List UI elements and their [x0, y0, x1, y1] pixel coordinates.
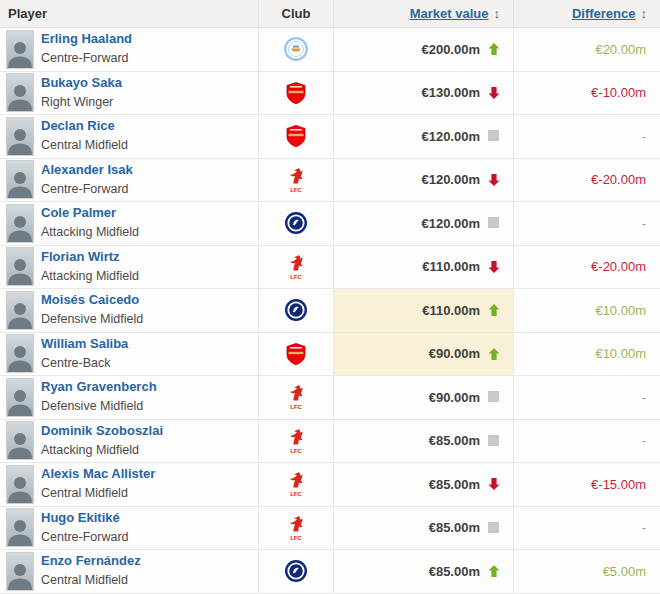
trend-up-icon: [488, 43, 500, 55]
market-value-cell: €85.00m: [333, 420, 513, 463]
player-cell: Declan RiceCentral Midfield: [0, 115, 258, 158]
player-name-link[interactable]: Dominik Szoboszlai: [41, 423, 163, 439]
player-info: Ryan GravenberchDefensive Midfield: [41, 379, 157, 415]
player-photo[interactable]: [6, 552, 34, 591]
player-cell: Enzo FernándezCentral Midfield: [0, 550, 258, 593]
sort-difference-link[interactable]: Difference: [572, 6, 636, 21]
arsenal-badge[interactable]: [284, 81, 308, 105]
player-name-link[interactable]: Bukayo Saka: [41, 75, 122, 91]
player-info: Erling HaalandCentre-Forward: [41, 31, 132, 67]
club-cell: [258, 28, 333, 71]
player-cell: Moisés CaicedoDefensive Midfield: [0, 289, 258, 332]
player-photo[interactable]: [6, 160, 34, 199]
club-cell: LFC: [258, 376, 333, 419]
club-cell: [258, 333, 333, 376]
liverpool-badge[interactable]: LFC: [284, 429, 308, 453]
player-position: Attacking Midfield: [41, 225, 139, 239]
player-photo[interactable]: [6, 508, 34, 547]
market-value: €200.00m: [421, 42, 480, 57]
difference-cell: -: [513, 202, 660, 245]
difference-cell: -: [513, 115, 660, 158]
chelsea-badge[interactable]: [284, 559, 308, 583]
player-info: Dominik SzoboszlaiAttacking Midfield: [41, 423, 163, 459]
player-photo[interactable]: [6, 30, 34, 69]
player-photo[interactable]: [6, 247, 34, 286]
player-name-link[interactable]: Enzo Fernández: [41, 553, 141, 569]
sort-updown-icon[interactable]: ↕: [641, 6, 648, 21]
svg-text:LFC: LFC: [290, 447, 302, 453]
table-row: Florian WirtzAttacking Midfield LFC€110.…: [0, 246, 660, 290]
trend-flat-icon: [488, 217, 500, 229]
club-cell: [258, 72, 333, 115]
player-photo[interactable]: [6, 291, 34, 330]
difference-cell: €10.00m: [513, 333, 660, 376]
table-body: Erling HaalandCentre-Forward €200.00m€20…: [0, 28, 660, 594]
player-photo[interactable]: [6, 421, 34, 460]
trend-flat-icon: [488, 391, 500, 403]
player-name-link[interactable]: Erling Haaland: [41, 31, 132, 47]
player-position: Central Midfield: [41, 138, 128, 152]
club-cell: [258, 550, 333, 593]
market-value: €110.00m: [422, 259, 480, 274]
difference-cell: -: [513, 507, 660, 550]
difference-value: -: [642, 390, 646, 405]
chelsea-badge[interactable]: [284, 298, 308, 322]
table-row: Hugo EkitikéCentre-Forward LFC€85.00m-: [0, 507, 660, 551]
club-cell: [258, 202, 333, 245]
liverpool-badge[interactable]: LFC: [284, 168, 308, 192]
player-photo[interactable]: [6, 73, 34, 112]
player-name-link[interactable]: Hugo Ekitiké: [41, 510, 129, 526]
liverpool-badge[interactable]: LFC: [284, 385, 308, 409]
player-photo[interactable]: [6, 204, 34, 243]
column-header-market-value: Market value ↕: [333, 0, 513, 27]
market-value-cell: €90.00m: [333, 376, 513, 419]
player-photo[interactable]: [6, 117, 34, 156]
market-value: €85.00m: [429, 433, 480, 448]
player-photo[interactable]: [6, 378, 34, 417]
market-value-cell: €90.00m: [333, 333, 513, 376]
table-row: Bukayo SakaRight Winger €130.00m€-10.00m: [0, 72, 660, 116]
svg-text:LFC: LFC: [290, 186, 302, 192]
svg-text:LFC: LFC: [290, 273, 302, 279]
player-name-link[interactable]: Cole Palmer: [41, 205, 139, 221]
arsenal-badge[interactable]: [284, 124, 308, 148]
player-info: Alexis Mac AllisterCentral Midfield: [41, 466, 155, 502]
difference-value: €-20.00m: [591, 172, 646, 187]
table-row: Enzo FernándezCentral Midfield €85.00m€5…: [0, 550, 660, 594]
chelsea-badge[interactable]: [284, 211, 308, 235]
player-cell: Florian WirtzAttacking Midfield: [0, 246, 258, 289]
table-row: Declan RiceCentral Midfield €120.00m-: [0, 115, 660, 159]
player-name-link[interactable]: Alexander Isak: [41, 162, 133, 178]
difference-value: €20.00m: [595, 42, 646, 57]
player-name-link[interactable]: Florian Wirtz: [41, 249, 139, 265]
club-cell: LFC: [258, 246, 333, 289]
liverpool-badge[interactable]: LFC: [284, 516, 308, 540]
player-name-link[interactable]: Ryan Gravenberch: [41, 379, 157, 395]
arsenal-badge[interactable]: [284, 342, 308, 366]
table-row: Ryan GravenberchDefensive Midfield LFC€9…: [0, 376, 660, 420]
market-value-cell: €85.00m: [333, 507, 513, 550]
manchester-city-badge[interactable]: [284, 37, 308, 61]
sort-updown-icon[interactable]: ↕: [494, 6, 501, 21]
trend-down-icon: [488, 261, 500, 273]
difference-value: €10.00m: [595, 303, 646, 318]
liverpool-badge[interactable]: LFC: [284, 472, 308, 496]
player-cell: Hugo EkitikéCentre-Forward: [0, 507, 258, 550]
player-photo[interactable]: [6, 465, 34, 504]
difference-value: €5.00m: [603, 564, 646, 579]
club-cell: [258, 289, 333, 332]
player-name-link[interactable]: Moisés Caicedo: [41, 292, 143, 308]
market-value-cell: €120.00m: [333, 115, 513, 158]
table-row: Alexis Mac AllisterCentral Midfield LFC€…: [0, 463, 660, 507]
player-cell: Cole PalmerAttacking Midfield: [0, 202, 258, 245]
player-photo[interactable]: [6, 334, 34, 373]
sort-market-value-link[interactable]: Market value: [410, 6, 489, 21]
market-value-table: Player Club Market value ↕ Difference ↕ …: [0, 0, 660, 594]
player-name-link[interactable]: Declan Rice: [41, 118, 128, 134]
player-name-link[interactable]: William Saliba: [41, 336, 128, 352]
market-value: €110.00m: [422, 303, 480, 318]
player-name-link[interactable]: Alexis Mac Allister: [41, 466, 155, 482]
table-row: Moisés CaicedoDefensive Midfield €110.00…: [0, 289, 660, 333]
liverpool-badge[interactable]: LFC: [284, 255, 308, 279]
difference-cell: €-20.00m: [513, 159, 660, 202]
